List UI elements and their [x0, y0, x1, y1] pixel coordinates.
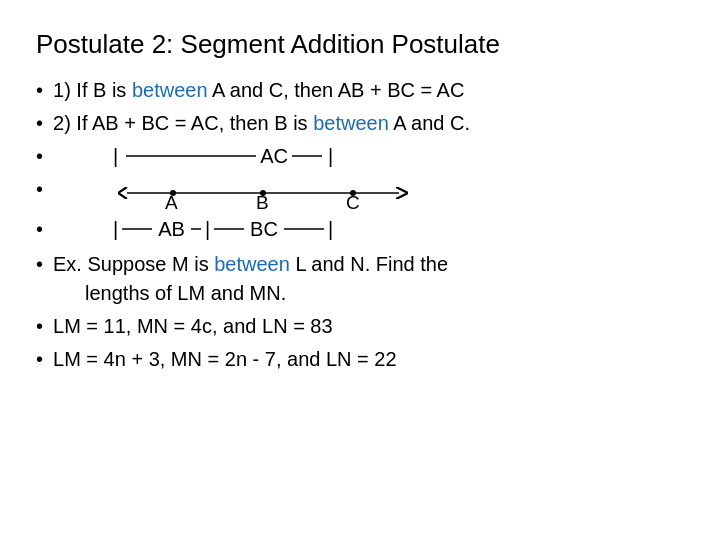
arrow-diagram-svg: A B C	[113, 175, 413, 211]
diagram-ab-bc-row: | AB | BC |	[53, 215, 333, 244]
bullet-icon-1: •	[36, 76, 43, 105]
example-indent: lengths of LM and MN.	[53, 282, 286, 304]
ac-line2-svg	[292, 149, 322, 163]
ab-line-svg	[122, 222, 152, 236]
diagram-ac-label: AC	[260, 142, 288, 171]
bullet-icon-6: •	[36, 250, 43, 279]
bullet-1-middle: A and C, then AB + BC = AC	[208, 79, 465, 101]
diagram-bc-label: BC	[250, 215, 278, 244]
list-item-2: • 2) If AB + BC = AC, then B is between …	[36, 109, 684, 138]
svg-text:B: B	[256, 192, 269, 211]
bullet-1-highlight: between	[132, 79, 208, 101]
example-intro-prefix: Ex. Suppose M is	[53, 253, 214, 275]
bullet-icon-5: •	[36, 215, 43, 244]
svg-text:A: A	[165, 192, 178, 211]
bullet-icon-8: •	[36, 345, 43, 374]
diagram-ab-label: AB	[158, 215, 185, 244]
bullet-2-text: 2) If AB + BC = AC, then B is between A …	[53, 109, 470, 138]
example-line1-text: LM = 11, MN = 4c, and LN = 83	[53, 312, 333, 341]
diagram-tick-left: |	[113, 142, 118, 171]
diagram-tick-left2: |	[113, 215, 118, 244]
list-item-example-line2: • LM = 4n + 3, MN = 2n - 7, and LN = 22	[36, 345, 684, 374]
list-item-example-intro: • Ex. Suppose M is between L and N. Find…	[36, 250, 684, 308]
bc-line-svg	[214, 222, 244, 236]
list-item-diagram-ac: • | AC |	[36, 142, 684, 171]
bullet-icon-3: •	[36, 142, 43, 171]
list-item-1: • 1) If B is between A and C, then AB + …	[36, 76, 684, 105]
bullet-2-highlight: between	[313, 112, 389, 134]
bullet-2-middle: A and C.	[389, 112, 470, 134]
bullet-list: • 1) If B is between A and C, then AB + …	[36, 76, 684, 374]
example-intro-suffix: L and N. Find the	[290, 253, 448, 275]
ac-line-svg	[126, 149, 256, 163]
list-item-example-line1: • LM = 11, MN = 4c, and LN = 83	[36, 312, 684, 341]
diagram-ac-line2	[292, 149, 322, 163]
diagram-tick-right2: |	[328, 215, 333, 244]
bullet-icon-4: •	[36, 175, 43, 204]
bullet-icon-2: •	[36, 109, 43, 138]
diagram-ac-line	[126, 149, 256, 163]
example-intro-highlight: between	[214, 253, 290, 275]
page-title: Postulate 2: Segment Addition Postulate	[36, 28, 684, 62]
example-line2-text: LM = 4n + 3, MN = 2n - 7, and LN = 22	[53, 345, 397, 374]
list-item-diagram-arrow: •	[36, 175, 684, 211]
bullet-icon-7: •	[36, 312, 43, 341]
bc-end-line-svg	[284, 222, 324, 236]
list-item-diagram-ab-bc: • | AB | BC |	[36, 215, 684, 244]
main-container: Postulate 2: Segment Addition Postulate …	[0, 0, 720, 398]
example-intro-text: Ex. Suppose M is between L and N. Find t…	[53, 250, 448, 308]
bullet-1-text: 1) If B is between A and C, then AB + BC…	[53, 76, 464, 105]
diagram-ac-row: | AC |	[53, 142, 333, 171]
diagram-tick-right: |	[328, 142, 333, 171]
bullet-1-prefix: 1) If B is	[53, 79, 132, 101]
diagram-tick-mid: |	[205, 215, 210, 244]
bullet-2-prefix: 2) If AB + BC = AC, then B is	[53, 112, 313, 134]
diagram-arrow-row: A B C	[53, 175, 413, 211]
mid-line-svg	[191, 222, 201, 236]
svg-text:C: C	[346, 192, 360, 211]
